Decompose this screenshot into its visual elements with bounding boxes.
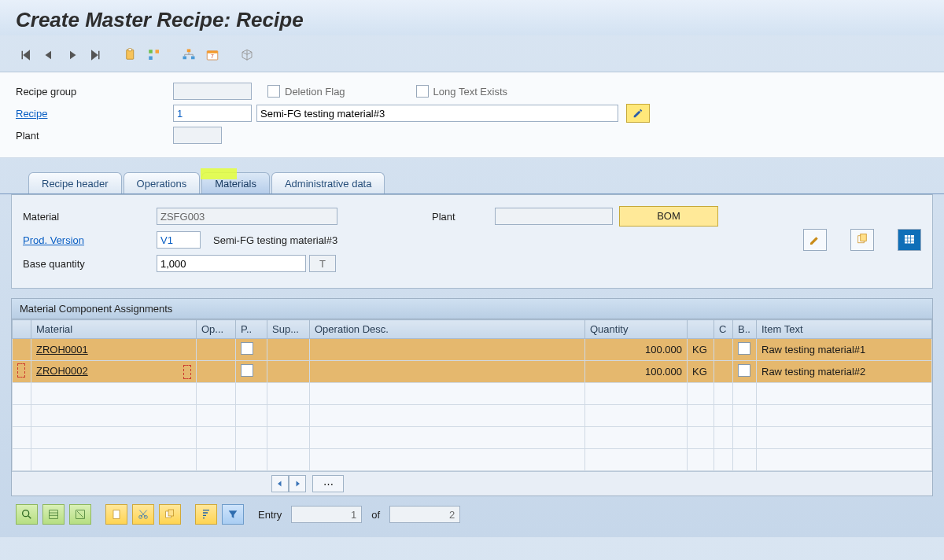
row-selection-marker: [183, 365, 191, 379]
prod-version-label-link[interactable]: Prod. Version: [23, 234, 157, 246]
clipboard-icon[interactable]: [121, 46, 140, 64]
select-all-button[interactable]: [42, 504, 65, 525]
page-icon: [110, 508, 123, 521]
svg-rect-21: [168, 510, 174, 516]
scroll-left-button[interactable]: [271, 475, 289, 492]
previous-record-button[interactable]: [39, 46, 58, 64]
recipe-group-label: Recipe group: [16, 86, 173, 98]
base-qty-label: Base quantity: [23, 258, 157, 270]
recipe-label-link[interactable]: Recipe: [16, 108, 173, 120]
svg-rect-2: [149, 50, 153, 53]
table-row-empty: [13, 449, 932, 471]
svg-point-14: [23, 510, 29, 517]
list-clear-icon: [74, 508, 87, 521]
entry-current-field[interactable]: [291, 506, 362, 523]
base-qty-field[interactable]: [157, 255, 306, 272]
edit-description-button[interactable]: [626, 104, 650, 123]
col-uom[interactable]: [688, 320, 714, 339]
copy-bom-button[interactable]: [850, 229, 874, 251]
col-qty[interactable]: Quantity: [585, 320, 688, 339]
col-op-desc[interactable]: Operation Desc.: [310, 320, 585, 339]
copy-button[interactable]: [159, 504, 181, 525]
col-c[interactable]: C: [714, 320, 733, 339]
panel-plant-label: Plant: [432, 211, 495, 223]
material-link[interactable]: ZROH0001: [36, 344, 88, 356]
svg-rect-7: [191, 57, 195, 60]
svg-rect-17: [113, 510, 120, 519]
table-row-empty: [13, 405, 932, 427]
recipe-number-field[interactable]: [173, 105, 252, 122]
recipe-header-form: Recipe group Deletion Flag Long Text Exi…: [0, 72, 944, 158]
cube-icon[interactable]: [238, 46, 256, 64]
next-record-button[interactable]: [63, 46, 82, 64]
recipe-description-field[interactable]: [256, 105, 618, 122]
tab-recipe-header[interactable]: Recipe header: [28, 172, 122, 193]
uom-cell: KG: [688, 339, 714, 361]
base-uom-field[interactable]: [309, 255, 336, 272]
table-row-empty: [13, 427, 932, 449]
tab-materials[interactable]: Materials: [201, 172, 270, 193]
deletion-flag-checkbox[interactable]: Deletion Flag: [267, 85, 345, 98]
edit-bom-button[interactable]: [803, 229, 827, 251]
of-label: of: [371, 509, 380, 521]
item-text-cell: Raw testing material#2: [757, 361, 932, 383]
sort-icon: [200, 508, 212, 521]
detail-view-button[interactable]: [16, 504, 38, 525]
svg-rect-15: [50, 510, 58, 519]
copy-icon: [855, 233, 869, 247]
new-entries-button[interactable]: [105, 504, 127, 525]
first-record-button[interactable]: [16, 46, 35, 64]
calendar-icon[interactable]: 7: [203, 46, 222, 64]
highlight-marker: [201, 168, 237, 179]
svg-rect-5: [187, 50, 191, 53]
prod-version-field[interactable]: [157, 231, 201, 249]
checkbox-icon: [416, 85, 429, 98]
col-sup[interactable]: Sup...: [267, 320, 310, 339]
entry-label: Entry: [258, 509, 282, 521]
material-link[interactable]: ZROH0002: [36, 365, 88, 377]
scroll-right-button[interactable]: [289, 475, 306, 492]
display-bom-button[interactable]: [898, 229, 921, 251]
row-selection-marker: [17, 363, 25, 378]
cut-button[interactable]: [132, 504, 154, 525]
structure-icon[interactable]: [145, 46, 164, 64]
filter-button[interactable]: [222, 504, 244, 525]
table-row[interactable]: ZROH0001 100.000 KG Raw testing material…: [13, 339, 932, 361]
col-b[interactable]: B..: [733, 320, 757, 339]
checkbox-icon[interactable]: [241, 364, 253, 377]
prod-version-desc: Semi-FG testing material#3: [213, 234, 337, 246]
checkbox-icon[interactable]: [738, 364, 750, 377]
col-p[interactable]: P..: [236, 320, 267, 339]
entry-total-field: [389, 506, 460, 523]
tab-operations[interactable]: Operations: [124, 172, 201, 193]
checkbox-icon[interactable]: [738, 342, 750, 355]
bom-button[interactable]: BOM: [619, 206, 718, 227]
deselect-all-button[interactable]: [69, 504, 91, 525]
magnifier-icon: [20, 508, 33, 521]
col-material[interactable]: Material: [31, 320, 197, 339]
deletion-flag-label: Deletion Flag: [285, 86, 345, 98]
last-record-button[interactable]: [87, 46, 105, 64]
svg-text:7: 7: [211, 53, 214, 59]
recipe-group-field[interactable]: [173, 83, 252, 100]
plant-field[interactable]: [173, 127, 222, 144]
scissors-icon: [137, 508, 149, 521]
material-field[interactable]: [157, 208, 337, 225]
sort-button[interactable]: [195, 504, 217, 525]
table-row[interactable]: ZROH0002 100.000 KG Raw testing material…: [13, 361, 932, 383]
materials-panel: Material Plant BOM Prod. Version Semi-FG…: [11, 194, 933, 289]
long-text-exists-label: Long Text Exists: [433, 86, 507, 98]
scroll-settings-button[interactable]: ⋯: [312, 475, 344, 492]
title-bar: Create Master Recipe: Recipe: [0, 0, 944, 35]
col-op[interactable]: Op...: [197, 320, 236, 339]
copy-rows-icon: [164, 508, 176, 521]
panel-plant-field[interactable]: [495, 208, 613, 225]
component-table-title: Material Component Assignments: [12, 299, 932, 319]
col-select[interactable]: [13, 320, 31, 339]
component-table-body: ZROH0001 100.000 KG Raw testing material…: [13, 339, 932, 471]
checkbox-icon[interactable]: [241, 342, 253, 355]
col-itemtxt[interactable]: Item Text: [757, 320, 932, 339]
long-text-exists-checkbox[interactable]: Long Text Exists: [416, 85, 507, 98]
tab-administrative-data[interactable]: Administrative data: [271, 172, 385, 193]
hierarchy-icon[interactable]: [179, 46, 198, 64]
